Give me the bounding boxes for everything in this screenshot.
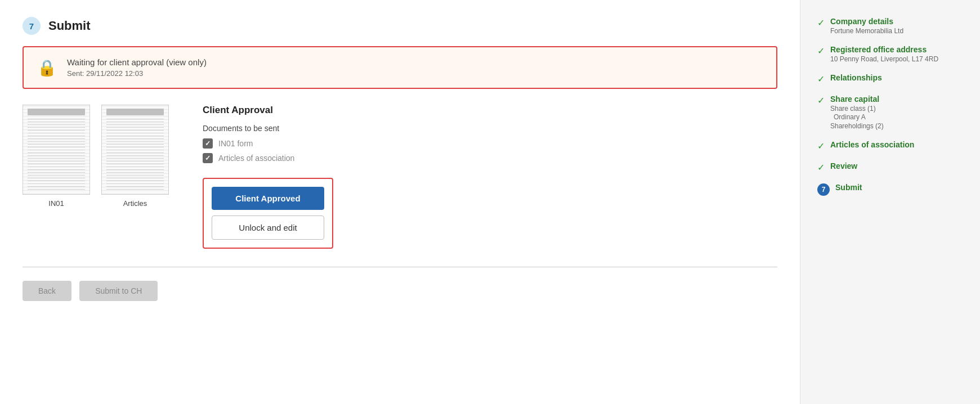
bottom-buttons: Back Submit to CH [23,281,777,301]
sidebar-item-review: ✓ Review [817,161,963,173]
sidebar-ordinary-a: Ordinary A [830,113,884,121]
sidebar-item-share-capital: ✓ Share capital Share class (1) Ordinary… [817,95,963,130]
sidebar-item-relationships: ✓ Relationships [817,73,963,84]
lock-icon: 🔒 [37,59,57,77]
sidebar-share-capital-title[interactable]: Share capital [830,95,884,104]
document-thumbnails: IN01 Articles [23,105,169,208]
sidebar-company-title[interactable]: Company details [830,17,903,26]
sidebar-company-sub: Fortune Memorabilia Ltd [830,27,903,35]
page-container: 7 Submit 🔒 Waiting for client approval (… [0,0,980,404]
doc-thumb-label-articles: Articles [123,199,147,208]
sidebar-item-submit: 7 Submit [817,183,963,196]
sidebar-share-class: Share class (1) [830,105,884,113]
doc-thumb-box-articles [101,105,169,195]
doc-thumb-articles: Articles [101,105,169,208]
docs-to-send-label: Documents to be sent [203,124,777,133]
sidebar-address-title[interactable]: Registered office address [830,45,938,54]
sidebar-item-articles: ✓ Articles of association [817,140,963,151]
check-icon-company: ✓ [817,17,825,28]
check-icon-share-capital: ✓ [817,95,825,106]
client-approval-title: Client Approval [203,105,777,116]
doc-thumb-label-in01: IN01 [48,199,64,208]
warning-main-text: Waiting for client approval (view only) [67,57,207,67]
step-number-badge: 7 [23,17,41,35]
check-icon-address: ✓ [817,46,825,56]
doc-thumb-inner-in01 [23,105,90,194]
sidebar-item-company-details: ✓ Company details Fortune Memorabilia Lt… [817,17,963,35]
warning-text-block: Waiting for client approval (view only) … [67,57,207,78]
step-header: 7 Submit [23,17,777,35]
check-icon-relationships: ✓ [817,74,825,84]
doc-thumb-inner-articles [102,105,168,194]
documents-approval-row: IN01 Articles Client Approval Documents … [23,105,777,249]
sidebar-submit-title[interactable]: Submit [835,183,862,192]
warning-banner: 🔒 Waiting for client approval (view only… [23,46,777,89]
warning-sub-text: Sent: 29/11/2022 12:03 [67,69,207,78]
sidebar: ✓ Company details Fortune Memorabilia Lt… [800,0,980,404]
client-approved-button[interactable]: Client Approved [212,187,324,210]
sidebar-review-title[interactable]: Review [830,161,857,170]
section-divider [23,267,777,267]
checkbox-row-articles: Articles of association [203,153,777,163]
checkbox-articles [203,153,213,163]
doc-thumb-box-in01 [23,105,90,195]
sidebar-item-registered-address: ✓ Registered office address 10 Penny Roa… [817,45,963,63]
action-buttons-container: Client Approved Unlock and edit [203,178,333,249]
checkbox-articles-label: Articles of association [218,154,294,163]
step-title: Submit [48,19,91,33]
back-button[interactable]: Back [23,281,71,301]
unlock-edit-button[interactable]: Unlock and edit [212,216,324,240]
sidebar-articles-title[interactable]: Articles of association [830,140,914,149]
checkbox-in01 [203,138,213,149]
sidebar-submit-badge: 7 [817,183,830,196]
submit-ch-button[interactable]: Submit to CH [79,281,158,301]
sidebar-address-sub: 10 Penny Road, Liverpool, L17 4RD [830,55,938,63]
sidebar-relationships-title[interactable]: Relationships [830,73,882,82]
checkbox-row-in01: IN01 form [203,138,777,149]
main-content: 7 Submit 🔒 Waiting for client approval (… [0,0,800,404]
check-icon-review: ✓ [817,162,825,173]
checkbox-in01-label: IN01 form [218,139,253,148]
sidebar-shareholdings: Shareholdings (2) [830,122,884,130]
check-icon-articles: ✓ [817,141,825,151]
client-approval-panel: Client Approval Documents to be sent IN0… [203,105,777,249]
doc-thumb-in01: IN01 [23,105,90,208]
